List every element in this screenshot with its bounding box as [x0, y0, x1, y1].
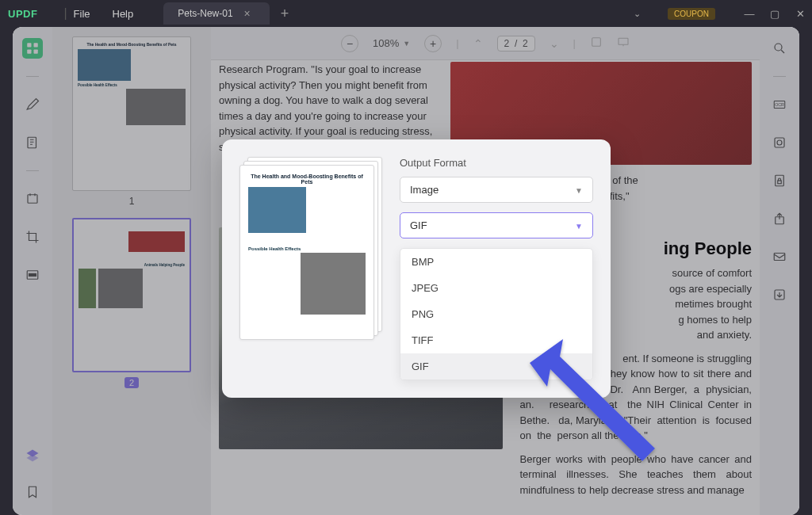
comment-tool[interactable] — [22, 94, 43, 115]
thumb-title: The Health and Mood-Boosting Benefits of… — [78, 42, 186, 47]
email-icon[interactable] — [769, 246, 790, 267]
search-icon[interactable] — [769, 38, 790, 59]
tab-title: Pets-New-01 — [178, 8, 232, 19]
option-tiff[interactable]: TIFF — [400, 327, 592, 353]
select-value: GIF — [410, 219, 427, 231]
page-thumbnail-1[interactable]: The Health and Mood-Boosting Benefits of… — [72, 36, 191, 191]
titlebar: UPDF | File Help Pets-New-01 × + ⌄ COUPO… — [0, 0, 812, 27]
close-icon[interactable]: × — [244, 7, 251, 20]
presentation-icon[interactable] — [617, 36, 630, 51]
svg-rect-1 — [34, 43, 38, 47]
svg-point-10 — [775, 44, 782, 51]
document-toolbar: − 108% ▼ + | ⌃ 2 / 2 ⌄ | — [211, 27, 760, 60]
preview-title: The Health and Mood-Boosting Benefits of… — [248, 174, 366, 185]
new-tab-button[interactable]: + — [281, 6, 289, 22]
body-text: Berger works with people who have cancer… — [520, 452, 753, 498]
preview-heading: Possible Health Effects — [248, 246, 366, 251]
zoom-out-button[interactable]: − — [341, 35, 358, 52]
page-thumbnail-2[interactable]: Animals Helping People — [72, 218, 191, 372]
thumbnail-panel: The Health and Mood-Boosting Benefits of… — [52, 27, 211, 515]
format-select[interactable]: Image ▼ — [400, 177, 593, 203]
chevron-down-icon: ▼ — [575, 222, 583, 231]
chevron-down-icon: ▼ — [575, 186, 583, 195]
app-logo: UPDF — [8, 8, 37, 20]
svg-rect-13 — [775, 138, 784, 147]
menu-help[interactable]: Help — [113, 8, 134, 20]
thumb-heading: Possible Health Effects — [78, 83, 186, 87]
layers-icon[interactable] — [22, 445, 43, 466]
select-value: Image — [410, 184, 439, 196]
svg-rect-5 — [28, 195, 37, 204]
thumbnails-tool[interactable] — [22, 38, 43, 59]
option-bmp[interactable]: BMP — [400, 249, 592, 275]
svg-rect-16 — [778, 181, 782, 184]
image-type-dropdown: BMP JPEG PNG TIFF GIF — [400, 248, 593, 380]
svg-rect-4 — [28, 137, 36, 148]
svg-rect-7 — [29, 274, 36, 277]
share-icon[interactable] — [769, 208, 790, 229]
option-png[interactable]: PNG — [400, 301, 592, 327]
svg-rect-8 — [592, 38, 601, 47]
zoom-in-button[interactable]: + — [424, 35, 442, 52]
organize-tool[interactable] — [22, 189, 43, 209]
menu-file[interactable]: File — [74, 8, 90, 20]
chevron-down-icon[interactable]: ⌄ — [634, 9, 641, 19]
zoom-dropdown-icon[interactable]: ▼ — [403, 40, 410, 48]
option-gif[interactable]: GIF — [400, 353, 592, 380]
ocr-icon[interactable]: OCR — [769, 94, 790, 115]
zoom-value: 108% — [373, 37, 399, 49]
svg-point-14 — [777, 140, 782, 145]
left-toolstrip — [13, 27, 52, 515]
fit-icon[interactable] — [590, 36, 603, 51]
svg-rect-18 — [774, 254, 785, 261]
svg-rect-2 — [27, 50, 31, 54]
thumb-number: 1 — [62, 196, 201, 207]
document-tab[interactable]: Pets-New-01 × — [163, 2, 270, 25]
page-indicator[interactable]: 2 / 2 — [497, 36, 535, 52]
page-up-icon[interactable]: ⌃ — [473, 37, 483, 50]
export-icon[interactable] — [769, 284, 790, 305]
redact-tool[interactable] — [22, 265, 43, 285]
minimize-button[interactable]: — — [744, 8, 755, 20]
modal-preview: The Health and Mood-Boosting Benefits of… — [239, 157, 382, 355]
export-modal: The Health and Mood-Boosting Benefits of… — [222, 139, 611, 398]
page-down-icon[interactable]: ⌄ — [550, 37, 559, 50]
close-button[interactable]: ✕ — [795, 8, 806, 20]
option-jpeg[interactable]: JPEG — [400, 275, 592, 301]
coupon-badge[interactable]: COUPON — [668, 8, 715, 20]
compress-icon[interactable] — [769, 132, 790, 153]
svg-text:OCR: OCR — [775, 102, 784, 107]
svg-rect-0 — [27, 43, 31, 47]
edit-tool[interactable] — [22, 132, 43, 153]
protect-icon[interactable] — [769, 170, 790, 191]
thumb-number: 2 — [62, 377, 201, 388]
thumb-heading: Animals Helping People — [79, 263, 185, 267]
svg-rect-9 — [619, 38, 628, 44]
right-toolstrip: OCR — [760, 27, 799, 515]
output-format-label: Output Format — [400, 157, 593, 169]
crop-tool[interactable] — [22, 227, 43, 247]
image-type-select[interactable]: GIF ▼ — [400, 212, 593, 238]
svg-rect-3 — [34, 50, 38, 54]
bookmark-icon[interactable] — [22, 482, 43, 502]
maximize-button[interactable]: ▢ — [769, 8, 780, 20]
